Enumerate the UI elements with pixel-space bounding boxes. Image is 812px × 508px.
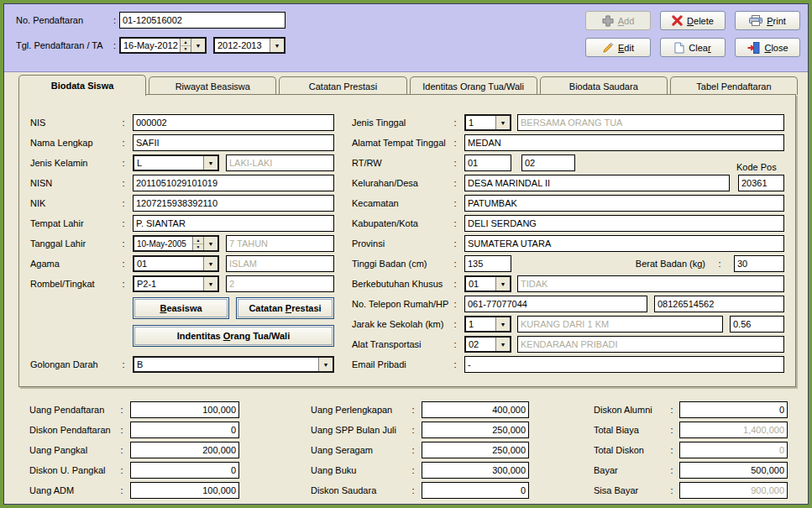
chevron-down-icon[interactable]: ▼ <box>203 237 217 250</box>
tempat-lahir-input[interactable] <box>133 215 334 232</box>
berat-badan-input[interactable] <box>734 255 784 272</box>
delete-button[interactable]: Delete <box>660 11 726 30</box>
beasiswa-button[interactable]: Beasiswa <box>133 297 229 319</box>
diskon-pendaftaran-row: Diskon Pendaftaran: <box>29 420 239 440</box>
tingkat-display <box>226 275 334 292</box>
biodata-siswa-panel: Kode Pos NIS: Nama Lengkap: Jenis Kelami… <box>18 94 796 387</box>
jarak-km-input[interactable] <box>730 316 784 333</box>
payment-section: Uang Pendaftaran: Diskon Pendaftaran: Ua… <box>3 391 809 505</box>
tab-catatan-prestasi[interactable]: Catatan Prestasi <box>279 76 406 95</box>
provinsi-input[interactable] <box>464 235 784 252</box>
uang-perlengkapan-input[interactable] <box>422 401 529 418</box>
jenis-kelamin-combo[interactable]: L ▼ <box>133 154 219 171</box>
uang-buku-row: Uang Buku: <box>311 460 529 480</box>
diskon-pendaftaran-input[interactable] <box>130 422 239 438</box>
rt-input[interactable] <box>464 154 511 171</box>
jenis-tinggal-combo[interactable]: 1 ▼ <box>464 114 511 131</box>
chevron-down-icon[interactable]: ▼ <box>191 39 205 52</box>
uang-pendaftaran-input[interactable] <box>130 401 239 418</box>
berat-badan-label: Berat Badan (kg) <box>636 259 705 269</box>
kode-pos-input[interactable] <box>738 175 784 191</box>
rt-rw-row: RT/RW: <box>352 153 784 173</box>
transportasi-row: Alat Transportasi: 02 ▼ <box>352 334 784 354</box>
golongan-darah-combo[interactable]: B ▼ <box>133 356 334 373</box>
kelurahan-input[interactable] <box>464 175 730 191</box>
chevron-down-icon[interactable]: ▼ <box>203 277 217 291</box>
spin-up-icon[interactable]: ▲ <box>193 237 203 244</box>
nisn-input[interactable] <box>133 175 334 191</box>
nik-input[interactable] <box>133 195 334 212</box>
nama-input[interactable] <box>133 134 334 151</box>
chevron-down-icon[interactable]: ▼ <box>495 317 510 331</box>
tanggal-lahir-datepicker[interactable]: 10-May-2005 ▲ ▼ ▼ <box>133 235 219 252</box>
tinggi-badan-input[interactable] <box>464 255 511 272</box>
chevron-down-icon[interactable]: ▼ <box>203 156 217 170</box>
payment-column-2: Uang Perlengkapan: Uang SPP Bulan Juli: … <box>311 400 529 500</box>
tab-tabel-pendaftaran[interactable]: Tabel Pendaftaran <box>670 76 798 95</box>
chevron-down-icon[interactable]: ▼ <box>318 358 333 371</box>
diskon-alumni-input[interactable] <box>679 401 788 418</box>
uang-seragam-input[interactable] <box>422 442 529 458</box>
uang-adm-row: Uang ADM: <box>29 480 239 500</box>
spin-up-icon[interactable]: ▲ <box>181 39 191 46</box>
total-biaya-display <box>679 422 788 438</box>
chevron-down-icon[interactable]: ▼ <box>495 338 510 351</box>
email-input[interactable] <box>464 356 784 373</box>
bayar-input[interactable] <box>679 462 788 479</box>
email-row: Email Pribadi: <box>352 354 784 374</box>
print-button[interactable]: Print <box>735 11 800 30</box>
diskon-pangkal-row: Diskon U. Pangkal: <box>29 460 239 480</box>
chevron-down-icon[interactable]: ▼ <box>495 116 510 129</box>
tab-identitas-orang-tua[interactable]: Identitas Orang Tua/Wali <box>410 76 537 95</box>
catatan-prestasi-button[interactable]: Catatan Prestasi <box>236 297 334 319</box>
identitas-orang-tua-button[interactable]: Indentitas Orang Tua/Wali <box>133 325 334 347</box>
no-pendaftaran-input[interactable] <box>119 12 286 29</box>
clear-button[interactable]: Clear <box>660 38 726 57</box>
agama-combo[interactable]: 01 ▼ <box>133 255 219 272</box>
spin-down-icon[interactable]: ▼ <box>181 46 191 53</box>
payment-column-3: Diskon Alumni: Total Biaya: Total Diskon… <box>594 400 788 500</box>
telepon-rumah-input[interactable] <box>464 296 647 312</box>
topbar: No. Pendaftaran : Tgl. Pendaftaran / TA … <box>4 4 808 72</box>
tgl-pendaftaran-datepicker[interactable]: 16-May-2012 ▲ ▼ ▼ <box>119 37 207 54</box>
colon: : <box>110 15 119 25</box>
tab-biodata-saudara[interactable]: Biodata Saudara <box>540 76 668 95</box>
telepon-hp-input[interactable] <box>654 296 784 312</box>
alamat-input[interactable] <box>464 134 784 151</box>
kabupaten-input[interactable] <box>464 215 784 232</box>
payment-column-1: Uang Pendaftaran: Diskon Pendaftaran: Ua… <box>29 400 239 500</box>
chevron-down-icon[interactable]: ▼ <box>495 277 510 291</box>
diskon-saudara-input[interactable] <box>422 482 529 499</box>
diskon-pangkal-input[interactable] <box>130 462 239 479</box>
colon: : <box>110 40 119 50</box>
jenis-kelamin-display <box>226 154 334 171</box>
jarak-combo[interactable]: 1 ▼ <box>464 316 511 333</box>
uang-spp-input[interactable] <box>422 422 529 438</box>
rombel-combo[interactable]: P2-1 ▼ <box>133 275 219 292</box>
chevron-down-icon[interactable]: ▼ <box>270 39 284 52</box>
chevron-down-icon[interactable]: ▼ <box>203 257 217 270</box>
printer-icon <box>749 15 762 26</box>
tab-riwayat-beasiswa[interactable]: Riwayat Beasiswa <box>149 76 276 95</box>
tgl-pendaftaran-row: Tgl. Pendaftaran / TA : 16-May-2012 ▲ ▼ … <box>16 37 286 54</box>
transportasi-combo[interactable]: 02 ▼ <box>464 336 511 353</box>
uang-pangkal-input[interactable] <box>130 442 239 458</box>
add-button[interactable]: Add <box>585 11 651 30</box>
plus-icon <box>602 15 614 27</box>
uang-seragam-row: Uang Seragam: <box>311 440 529 460</box>
jenis-tinggal-display <box>517 114 784 131</box>
nis-input[interactable] <box>133 114 334 131</box>
kelurahan-row: Kelurahan/Desa: <box>352 173 784 193</box>
edit-button[interactable]: Edit <box>585 38 651 57</box>
date-spinner: ▲ ▼ <box>180 39 191 52</box>
rw-input[interactable] <box>521 154 575 171</box>
close-button[interactable]: Close <box>735 38 800 57</box>
biodata-left-column: NIS: Nama Lengkap: Jenis Kelamin: L ▼ NI… <box>30 113 334 374</box>
uang-buku-input[interactable] <box>422 462 529 479</box>
kecamatan-input[interactable] <box>464 195 784 212</box>
tahun-ajaran-combo[interactable]: 2012-2013 ▼ <box>213 37 286 54</box>
tab-biodata-siswa[interactable]: Biodata Siswa <box>18 75 146 96</box>
uang-adm-input[interactable] <box>130 482 239 499</box>
berkebutuhan-combo[interactable]: 01 ▼ <box>464 275 511 292</box>
spin-down-icon[interactable]: ▼ <box>193 244 203 251</box>
